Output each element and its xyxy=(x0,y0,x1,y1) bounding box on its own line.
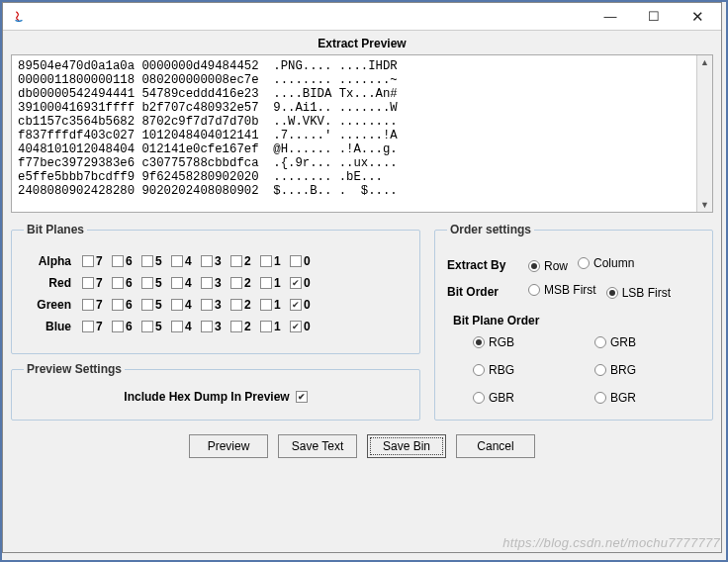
bit-number-label: 0 xyxy=(304,298,313,312)
extract-by-label: Extract By xyxy=(447,258,518,272)
preview-settings-group: Preview Settings Include Hex Dump In Pre… xyxy=(11,362,420,421)
button-bar: Preview Save Text Save Bin Cancel xyxy=(11,434,713,458)
bit-plane-order-radio-brg[interactable] xyxy=(594,364,606,376)
bitplane-channel-label: Red xyxy=(24,276,71,290)
bit-checkbox-blue-6[interactable] xyxy=(112,321,124,332)
preview-scrollbar[interactable]: ▲ ▼ xyxy=(696,55,712,212)
bit-number-label: 1 xyxy=(274,254,283,268)
scroll-track[interactable] xyxy=(697,69,712,198)
bit-number-label: 2 xyxy=(244,298,253,312)
bit-checkbox-red-5[interactable] xyxy=(141,277,153,289)
order-settings-group: Order settings Extract By RowColumn Bit … xyxy=(434,223,713,421)
bit-checkbox-blue-3[interactable] xyxy=(201,321,213,332)
bit-number-label: 1 xyxy=(274,298,283,312)
extract-by-radio-label: Column xyxy=(593,256,634,270)
bit-checkbox-green-3[interactable] xyxy=(201,299,213,311)
bit-planes-legend: Bit Planes xyxy=(24,223,87,236)
bit-number-label: 7 xyxy=(96,298,105,312)
bitplane-channel-label: Alpha xyxy=(24,254,71,268)
bit-checkbox-green-0[interactable] xyxy=(290,299,302,311)
bit-checkbox-alpha-1[interactable] xyxy=(260,255,272,267)
titlebar: — ☐ ✕ xyxy=(3,3,721,31)
bit-checkbox-blue-5[interactable] xyxy=(141,321,153,332)
bit-checkbox-green-4[interactable] xyxy=(171,299,183,311)
extract-by-radio-column[interactable] xyxy=(578,257,590,269)
bit-checkbox-blue-4[interactable] xyxy=(171,321,183,332)
preview-button[interactable]: Preview xyxy=(189,434,268,458)
bit-checkbox-alpha-0[interactable] xyxy=(290,255,302,267)
bit-plane-order-label: Bit Plane Order xyxy=(453,314,700,328)
bit-checkbox-blue-1[interactable] xyxy=(260,321,272,332)
bit-checkbox-red-4[interactable] xyxy=(171,277,183,289)
minimize-button[interactable]: — xyxy=(589,3,632,31)
extract-by-row: Extract By RowColumn xyxy=(447,256,700,273)
bit-checkbox-red-0[interactable] xyxy=(290,277,302,289)
bitplane-row-green: Green76543210 xyxy=(24,298,408,312)
preview-settings-legend: Preview Settings xyxy=(24,362,125,376)
bit-checkbox-red-1[interactable] xyxy=(260,277,272,289)
bit-number-label: 1 xyxy=(274,320,283,333)
bit-checkbox-red-6[interactable] xyxy=(112,277,124,289)
bit-checkbox-green-5[interactable] xyxy=(141,299,153,311)
include-hex-label: Include Hex Dump In Preview xyxy=(124,390,289,404)
preview-text[interactable]: 89504e470d0a1a0a 0000000d49484452 .PNG..… xyxy=(12,55,696,212)
extract-by-radio-row[interactable] xyxy=(528,260,540,272)
bit-checkbox-red-3[interactable] xyxy=(201,277,213,289)
bit-order-label: Bit Order xyxy=(447,285,518,299)
bit-plane-order-label: GBR xyxy=(489,391,514,405)
bitplane-row-red: Red76543210 xyxy=(24,276,408,290)
bit-order-radio-lsb-first[interactable] xyxy=(606,287,618,299)
scroll-down-icon[interactable]: ▼ xyxy=(697,198,712,212)
bit-plane-order-radio-gbr[interactable] xyxy=(473,392,485,404)
bit-checkbox-green-2[interactable] xyxy=(230,299,242,311)
bit-checkbox-alpha-6[interactable] xyxy=(112,255,124,267)
bit-number-label: 3 xyxy=(215,320,224,333)
bit-plane-order-radio-rbg[interactable] xyxy=(473,364,485,376)
extract-by-radio-label: Row xyxy=(544,259,568,273)
save-text-button[interactable]: Save Text xyxy=(278,434,357,458)
bit-plane-order-label: RGB xyxy=(489,335,514,349)
bit-number-label: 7 xyxy=(96,254,105,268)
bit-order-radio-msb-first[interactable] xyxy=(528,284,540,296)
bit-number-label: 5 xyxy=(155,254,164,268)
bit-number-label: 2 xyxy=(244,320,253,333)
bit-plane-order-radio-bgr[interactable] xyxy=(594,392,606,404)
bit-number-label: 3 xyxy=(215,254,224,268)
bit-plane-order-label: RBG xyxy=(489,363,514,377)
bit-checkbox-alpha-7[interactable] xyxy=(82,255,94,267)
bitplane-channel-label: Blue xyxy=(24,320,71,333)
bit-planes-group: Bit Planes Alpha76543210Red76543210Green… xyxy=(11,223,420,354)
bit-checkbox-green-7[interactable] xyxy=(82,299,94,311)
bit-checkbox-alpha-3[interactable] xyxy=(201,255,213,267)
bit-plane-order-radio-grb[interactable] xyxy=(594,336,606,348)
close-button[interactable]: ✕ xyxy=(676,3,719,31)
scroll-up-icon[interactable]: ▲ xyxy=(697,55,712,69)
cancel-button[interactable]: Cancel xyxy=(456,434,535,458)
bit-number-label: 5 xyxy=(155,298,164,312)
bit-number-label: 4 xyxy=(185,276,194,290)
bitplane-row-blue: Blue76543210 xyxy=(24,320,408,333)
save-bin-button[interactable]: Save Bin xyxy=(367,434,446,458)
bit-plane-order-label: GRB xyxy=(610,335,636,349)
bit-checkbox-alpha-5[interactable] xyxy=(141,255,153,267)
bit-number-label: 3 xyxy=(215,276,224,290)
maximize-button[interactable]: ☐ xyxy=(632,3,676,31)
bit-checkbox-blue-2[interactable] xyxy=(230,321,242,332)
bit-order-row: Bit Order MSB FirstLSB First xyxy=(447,283,700,300)
bit-checkbox-red-7[interactable] xyxy=(82,277,94,289)
include-hex-checkbox[interactable] xyxy=(296,391,308,403)
bit-checkbox-red-2[interactable] xyxy=(230,277,242,289)
bit-checkbox-green-1[interactable] xyxy=(260,299,272,311)
bit-checkbox-green-6[interactable] xyxy=(112,299,124,311)
bit-plane-order-radio-rgb[interactable] xyxy=(473,336,485,348)
bit-checkbox-blue-0[interactable] xyxy=(290,321,302,332)
bit-number-label: 2 xyxy=(244,254,253,268)
bit-number-label: 5 xyxy=(155,320,164,333)
bit-number-label: 6 xyxy=(126,254,135,268)
app-window: — ☐ ✕ Extract Preview 89504e470d0a1a0a 0… xyxy=(2,2,722,553)
bit-checkbox-alpha-4[interactable] xyxy=(171,255,183,267)
bit-number-label: 6 xyxy=(126,276,135,290)
bit-checkbox-blue-7[interactable] xyxy=(82,321,94,332)
bit-checkbox-alpha-2[interactable] xyxy=(230,255,242,267)
bitplane-row-alpha: Alpha76543210 xyxy=(24,254,408,268)
